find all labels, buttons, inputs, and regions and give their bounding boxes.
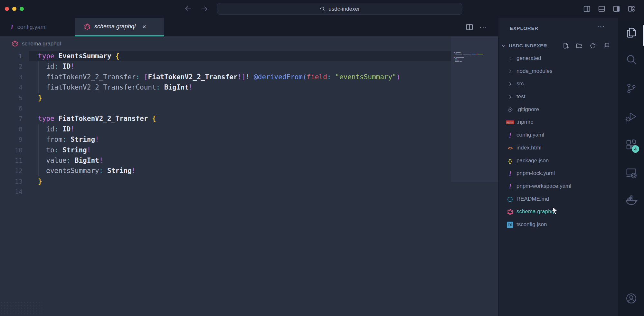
minimap-line [454, 61, 462, 62]
collapse-all-icon[interactable] [603, 42, 610, 49]
chevron-right-icon [507, 81, 513, 87]
breadcrumb[interactable]: schema.graphql [0, 36, 498, 51]
folder-label: src [516, 81, 524, 87]
project-root-label: USDC-INDEXER [509, 43, 547, 48]
layout-columns-icon[interactable] [583, 5, 591, 13]
layout-custom-icon[interactable] [627, 5, 635, 13]
chevron-down-icon [501, 43, 507, 49]
minimap-line [454, 52, 461, 53]
code-line[interactable]: 3 fiatTokenV2_2_Transfer: [FiatTokenV2_2… [0, 72, 498, 82]
editor-more-actions-button[interactable]: ··· [479, 23, 488, 31]
line-number: 3 [0, 72, 23, 82]
code-editor[interactable]: 1type EventsSummary {2 id: ID!3 fiatToke… [0, 51, 498, 197]
minimap-line [454, 57, 464, 58]
tab-label: config.yaml [17, 24, 47, 31]
code-text: value: BigInt! [38, 155, 103, 166]
activity-item-search[interactable] [624, 52, 638, 66]
extensions-badge: 4 [632, 145, 639, 153]
file-row-config.yaml[interactable]: !config.yaml [498, 129, 619, 142]
refresh-icon[interactable] [589, 42, 596, 49]
activity-item-run-and-debug[interactable] [624, 110, 638, 124]
code-line[interactable]: 11 value: BigInt! [0, 155, 498, 166]
folder-row-src[interactable]: src [498, 78, 619, 91]
file-row-README.md[interactable]: README.md [498, 193, 619, 206]
file-row-index.html[interactable]: <>index.html [498, 142, 619, 155]
code-line[interactable]: 9 from: String! [0, 134, 498, 145]
search-icon [625, 53, 638, 66]
split-editor-button[interactable] [465, 23, 474, 31]
minimap-line [454, 53, 457, 54]
search-icon [319, 6, 326, 12]
json-file-icon: {} [506, 157, 514, 165]
html-file-icon: <> [506, 144, 514, 152]
activity-item-extensions[interactable]: 4 [624, 138, 638, 152]
code-line[interactable]: 6 [0, 103, 498, 113]
file-row-package.json[interactable]: {}package.json [498, 155, 619, 168]
close-window-button[interactable] [5, 7, 9, 11]
tab-label: schema.graphql [94, 23, 136, 30]
line-number: 4 [0, 82, 23, 92]
minimize-window-button[interactable] [12, 7, 16, 11]
new-folder-icon[interactable] [576, 42, 583, 49]
activity-item-source-control[interactable] [624, 81, 638, 95]
line-number: 10 [0, 145, 23, 155]
folder-row-node_modules[interactable]: node_modules [498, 65, 619, 78]
command-search-bar[interactable]: usdc-indexer [217, 3, 462, 15]
breadcrumb-label: schema.graphql [22, 41, 61, 47]
search-input[interactable]: usdc-indexer [328, 6, 360, 12]
yaml-warning-icon: ! [11, 24, 14, 31]
files-icon [625, 26, 638, 39]
code-line[interactable]: 10 to: String! [0, 145, 498, 155]
nav-forward-icon[interactable] [200, 5, 208, 13]
line-number: 14 [0, 187, 23, 197]
minimap-line [454, 58, 457, 59]
file-row-pnpm-workspace.yaml[interactable]: !pnpm-workspace.yaml [498, 180, 619, 193]
layout-controls [583, 5, 635, 13]
folder-row-test[interactable]: test [498, 91, 619, 103]
code-line[interactable]: 5} [0, 93, 498, 103]
html-glyph-icon: <> [508, 146, 512, 151]
file-label: tsconfig.json [516, 221, 547, 228]
minimap-line [454, 55, 467, 55]
code-line[interactable]: 13} [0, 176, 498, 187]
file-row-.gitignore[interactable]: .gitignore [498, 103, 619, 116]
ts-glyph-icon: TS [507, 222, 513, 228]
tab-schema.graphql[interactable]: schema.graphql× [75, 18, 164, 36]
new-file-icon[interactable] [562, 42, 569, 49]
yaml-glyph-icon: ! [508, 183, 511, 190]
activity-item-docker[interactable] [624, 193, 638, 207]
window-controls [5, 7, 24, 11]
minimap[interactable] [451, 36, 498, 182]
info-circle-icon [507, 196, 513, 203]
yaml-glyph-icon: ! [508, 132, 511, 139]
code-line[interactable]: 12 eventsSummary: String! [0, 166, 498, 176]
explorer-more-actions-button[interactable]: ··· [597, 22, 605, 31]
code-line[interactable]: 2 id: ID! [0, 61, 498, 72]
file-row-pnpm-lock.yaml[interactable]: !pnpm-lock.yaml [498, 167, 619, 180]
close-tab-icon[interactable]: × [142, 23, 146, 30]
code-text: fiatTokenV2_2_Transfer: [FiatTokenV2_2_T… [38, 72, 400, 82]
project-root-row[interactable]: USDC-INDEXER [498, 39, 619, 52]
graphql-icon [12, 40, 18, 47]
file-row-tsconfig.json[interactable]: TStsconfig.json [498, 218, 619, 231]
activity-item-remote-explorer[interactable] [624, 166, 638, 180]
code-line[interactable]: 8 id: ID! [0, 124, 498, 134]
activity-item-explorer[interactable] [624, 25, 638, 40]
layout-sidebar-icon[interactable] [612, 5, 620, 13]
file-row-.npmrc[interactable]: npm.npmrc [498, 116, 619, 129]
layout-panel-icon[interactable] [598, 5, 606, 13]
activity-item-accounts[interactable] [624, 291, 638, 305]
json-glyph-icon: {} [508, 158, 512, 164]
minimap-line [454, 55, 454, 56]
code-line[interactable]: 14 [0, 187, 498, 197]
tab-config.yaml[interactable]: !config.yaml [0, 18, 75, 36]
zoom-window-button[interactable] [20, 7, 24, 11]
nav-back-icon[interactable] [184, 5, 192, 13]
code-line[interactable]: 4 fiatTokenV2_2_TransferCount: BigInt! [0, 82, 498, 92]
code-line[interactable]: 7type FiatTokenV2_2_Transfer { [0, 113, 498, 124]
minimap-line [454, 59, 459, 59]
line-number: 1 [0, 51, 23, 61]
folder-row-generated[interactable]: generated [498, 52, 619, 65]
titlebar: usdc-indexer [0, 0, 644, 18]
code-line[interactable]: 1type EventsSummary { [0, 51, 498, 61]
